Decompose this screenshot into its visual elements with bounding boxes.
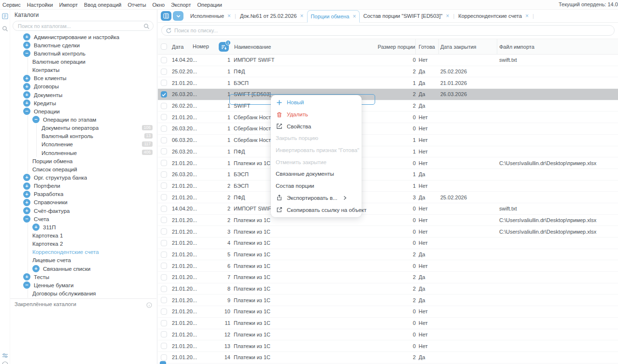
tab-close-icon[interactable]: × xyxy=(300,13,304,19)
row-checkbox[interactable] xyxy=(161,240,167,246)
search-panel-icon[interactable] xyxy=(2,26,8,32)
row-checkbox[interactable] xyxy=(161,286,167,292)
tab-состав-порции-swift-ed503[interactable]: Состав порции "SWIFT [ED503]"× xyxy=(360,10,452,22)
tree-item-документы-оператора[interactable]: Документы оператора106 xyxy=(10,124,156,132)
tree-item-все-клиенты[interactable]: +Все клиенты xyxy=(10,74,156,83)
tree-item-договоры-обслуживания[interactable]: Договоры обслуживания xyxy=(10,289,156,297)
expand-plus-icon[interactable]: + xyxy=(23,42,30,49)
row-checkbox[interactable] xyxy=(161,69,167,75)
collapse-minus-icon[interactable]: − xyxy=(23,215,30,223)
pinned-catalogs-section[interactable]: Закреплённые каталоги xyxy=(10,298,156,309)
expand-plus-icon[interactable]: + xyxy=(23,75,30,82)
tree-item-валютные-операции[interactable]: Валютные операции xyxy=(10,57,156,66)
menu-item-окно[interactable]: Окно xyxy=(153,2,165,8)
col-header-number[interactable]: Номер xyxy=(193,39,210,54)
expand-plus-icon[interactable]: + xyxy=(23,91,30,98)
tree-item-валютный-контроль[interactable]: −Валютный контроль xyxy=(10,49,156,57)
tree-item-исполнение[interactable]: Исполнение117 xyxy=(10,140,156,149)
table-row[interactable]: 21.01.20...7Платежи из 1С2Да xyxy=(158,272,618,283)
tree-item-валютный-контроль[interactable]: Валютный контроль13 xyxy=(10,132,156,140)
table-row[interactable]: 21.01.20...1Сбербанк Ностро0Нет xyxy=(158,112,618,123)
context-menu-item-скопировать-ссылку-на-объект[interactable]: Скопировать ссылку на объект xyxy=(271,204,362,216)
tree-item-документы[interactable]: +Документы xyxy=(10,91,156,99)
context-menu-item-удалить[interactable]: Удалить xyxy=(271,109,362,121)
expand-plus-icon[interactable]: + xyxy=(23,199,30,206)
list-search-input[interactable] xyxy=(161,25,615,36)
table-row[interactable]: 21.01.20...14Платежи из 1С2Да xyxy=(158,352,618,364)
tree-item-311п[interactable]: +311П xyxy=(10,223,156,231)
tree-item-операции[interactable]: −Операции xyxy=(10,107,156,115)
col-header-import-file[interactable]: Файл импорта xyxy=(499,39,534,54)
tab-list-dropdown-button[interactable] xyxy=(173,11,183,21)
table-view-button[interactable] xyxy=(161,11,171,21)
collapse-minus-icon[interactable]: − xyxy=(23,281,30,289)
collapse-minus-icon[interactable]: − xyxy=(23,50,30,57)
menu-item-операции[interactable]: Операции xyxy=(197,2,222,8)
table-row[interactable]: 21.01.20...2ПФД3Да25.02.2026 xyxy=(158,192,618,203)
row-checkbox[interactable] xyxy=(161,320,167,326)
tree-item-счёт-фактура[interactable]: +Счёт-фактура xyxy=(10,207,156,215)
table-row[interactable]: 21.01.20...1Платежи из 1С0НетC:\Users\va… xyxy=(158,157,618,169)
context-menu-item-экспортировать-в[interactable]: Экспортировать в... xyxy=(271,192,362,204)
expand-plus-icon[interactable]: + xyxy=(23,33,30,41)
table-row[interactable]: 21.01.20...5Платежи из 1С2Да xyxy=(158,249,618,261)
row-checkbox[interactable] xyxy=(161,194,167,200)
sort-icon[interactable]: 1 xyxy=(219,42,229,52)
pinned-info-icon[interactable] xyxy=(146,301,152,307)
row-checkbox[interactable] xyxy=(161,171,167,178)
tree-item-орг-структура-банка[interactable]: +Орг. структура банка xyxy=(10,173,156,182)
menu-item-экспорт[interactable]: Экспорт xyxy=(171,2,191,8)
tab-close-icon[interactable]: × xyxy=(352,14,356,19)
table-row[interactable]: 26.03.20...1SWIFT [ED503]2Да26.03.2026 xyxy=(158,89,618,100)
expand-plus-icon[interactable]: + xyxy=(23,83,30,90)
tree-item-портфели[interactable]: +Портфели xyxy=(10,182,156,190)
menu-item-настройки[interactable]: Настройки xyxy=(27,2,53,8)
table-row[interactable]: 14.04.20...2ИМПОРТ SWIFT0Нетswift.txt xyxy=(158,203,618,215)
table-row[interactable]: 21.01.20...6Платежи из 1С0Нет xyxy=(158,260,618,272)
table-row[interactable]: 21.01.20...1БЭСП1Да21.01.2026 xyxy=(158,77,618,89)
menu-item-сервис[interactable]: Сервис xyxy=(2,2,21,8)
row-checkbox[interactable] xyxy=(161,182,167,189)
tree-item-валютные-сделки[interactable]: +Валютные сделки xyxy=(10,41,156,49)
menu-item-отчеты[interactable]: Отчеты xyxy=(128,2,146,8)
table-row[interactable]: 21.01.20...2БЭСП1Нет xyxy=(158,181,618,192)
catalog-search-input[interactable] xyxy=(13,21,154,31)
row-checkbox[interactable] xyxy=(161,57,167,63)
row-checkbox[interactable] xyxy=(161,103,167,109)
expand-plus-icon[interactable]: + xyxy=(23,191,30,198)
expand-plus-icon[interactable]: + xyxy=(23,207,30,214)
table-row[interactable]: 21.01.20...4Платежи из 1С0Нет xyxy=(158,238,618,249)
row-checkbox[interactable] xyxy=(161,331,167,337)
tree-item-кредиты[interactable]: +Кредиты xyxy=(10,99,156,107)
catalog-panel-icon[interactable] xyxy=(2,13,8,19)
table-row[interactable]: 21.01.20...9Платежи из 1С2Да xyxy=(158,294,618,306)
row-checkbox[interactable] xyxy=(161,343,167,349)
row-checkbox[interactable] xyxy=(161,217,167,223)
tab-порции-обмена[interactable]: Порции обмена× xyxy=(307,10,360,23)
row-checkbox[interactable] xyxy=(161,274,167,280)
tab-close-icon[interactable]: × xyxy=(525,13,529,19)
row-checkbox[interactable] xyxy=(161,80,167,86)
row-checkbox[interactable] xyxy=(161,297,167,303)
expand-plus-icon[interactable]: + xyxy=(32,265,40,272)
table-row[interactable]: 21.01.20...2Платежи из 1С0НетC:\Users\va… xyxy=(158,215,618,226)
table-row[interactable]: 25.02.20...1ПФД2Да25.02.2026 xyxy=(158,66,618,78)
tree-item-контракты[interactable]: Контракты xyxy=(10,66,156,74)
col-header-name[interactable]: Наименование xyxy=(234,39,271,54)
col-header-ready[interactable]: Готова xyxy=(419,39,439,54)
row-checkbox[interactable] xyxy=(161,126,167,132)
tree-item-разработка[interactable]: +Разработка xyxy=(10,190,156,198)
expand-plus-icon[interactable]: + xyxy=(23,174,30,181)
row-checkbox[interactable] xyxy=(161,114,167,120)
tree-item-список-операций[interactable]: Список операций xyxy=(10,165,156,173)
tree-item-корреспондентские-счета[interactable]: Корреспондентские счета xyxy=(10,248,156,256)
tab-close-icon[interactable]: × xyxy=(446,13,449,19)
refresh-icon[interactable] xyxy=(166,27,172,33)
context-menu-item-новый[interactable]: Новый xyxy=(271,97,362,109)
context-menu-item-связанные-документы[interactable]: Связанные документы xyxy=(271,168,362,180)
table-row[interactable]: 21.01.20...11Платежи из 1С0Нет xyxy=(158,318,618,329)
tree-item-справочники[interactable]: +Справочники xyxy=(10,198,156,207)
table-row[interactable]: 26.02.20...1SWIFT2Да xyxy=(158,100,618,112)
tree-item-счета[interactable]: −Счета xyxy=(10,215,156,223)
settings-sliders-icon[interactable] xyxy=(2,352,8,359)
